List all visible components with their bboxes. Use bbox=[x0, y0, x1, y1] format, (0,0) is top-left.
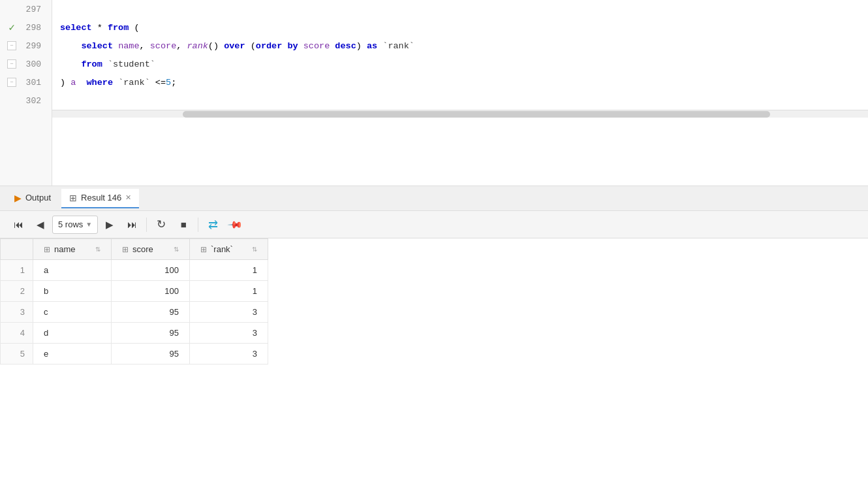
code-line-297 bbox=[52, 0, 868, 18]
check-icon-298: ✓ bbox=[5, 21, 18, 34]
semicolon-301: ; bbox=[171, 78, 176, 88]
col-score-sort[interactable]: ⇅ bbox=[174, 246, 179, 253]
editor-scrollbar-thumb[interactable] bbox=[183, 111, 770, 118]
paren-298: ( bbox=[129, 23, 139, 33]
id-name: name bbox=[118, 41, 139, 51]
kw-select-298: select bbox=[60, 23, 92, 33]
editor-scrollbar[interactable] bbox=[52, 110, 868, 118]
comma-299a: , bbox=[140, 41, 150, 51]
fold-btn-299[interactable]: − bbox=[7, 41, 16, 50]
line-row-302: 302 bbox=[0, 91, 52, 110]
kw-as: as bbox=[367, 41, 377, 51]
linenum-300: 300 bbox=[18, 59, 41, 69]
col-header-rownum bbox=[1, 239, 33, 260]
cell-score: 100 bbox=[112, 260, 190, 281]
col-header-rank[interactable]: ⊞ `rank` ⇅ bbox=[190, 239, 268, 260]
code-editor[interactable]: select * from ( select name , score , ra… bbox=[52, 0, 868, 186]
bt-rank: `rank` bbox=[382, 41, 414, 51]
tab-output[interactable]: ▶ Output bbox=[7, 189, 59, 208]
space-300 bbox=[102, 59, 108, 69]
col-score-label: score bbox=[132, 244, 153, 254]
line-row-298: ✓ 298 bbox=[0, 18, 52, 37]
line-row-297: 297 bbox=[0, 0, 52, 18]
rows-count-label: 5 rows bbox=[58, 219, 83, 229]
cell-name: e bbox=[33, 344, 112, 365]
cparen-301: ) bbox=[60, 78, 70, 88]
linenum-299: 299 bbox=[18, 41, 41, 51]
id-alias-a: a bbox=[70, 78, 76, 88]
cell-score: 95 bbox=[112, 323, 190, 344]
tab-result[interactable]: ⊞ Result 146 ✕ bbox=[61, 189, 139, 208]
rows-dropdown-icon: ▼ bbox=[85, 221, 92, 228]
gutter-301[interactable]: − bbox=[5, 78, 18, 87]
result-toolbar: ⏮ ◀ 5 rows ▼ ▶ ⏭ ↻ ■ ⇄ 📌 bbox=[0, 211, 868, 238]
space-299e bbox=[298, 41, 303, 51]
refresh-button[interactable]: ↻ bbox=[151, 215, 172, 235]
kw-from-298: from bbox=[108, 23, 129, 33]
rows-selector[interactable]: 5 rows ▼ bbox=[52, 216, 98, 234]
kw-where: where bbox=[87, 78, 114, 88]
space-299c bbox=[245, 41, 251, 51]
space-301b bbox=[113, 78, 118, 88]
stop-button[interactable]: ■ bbox=[173, 215, 194, 235]
col-name-label: name bbox=[54, 244, 76, 254]
result-table-container: ⊞ name ⇅ ⊞ score ⇅ ⊞ bbox=[0, 238, 868, 503]
tab-result-close[interactable]: ✕ bbox=[125, 193, 131, 202]
cell-rownum: 2 bbox=[1, 281, 33, 302]
code-line-301: ) a where `rank` <= 5 ; bbox=[52, 73, 868, 91]
table-body: 1a10012b10013c9534d9535e953 bbox=[1, 260, 268, 365]
first-row-button[interactable]: ⏮ bbox=[8, 215, 29, 235]
kw-order: order bbox=[256, 41, 283, 51]
tab-result-label: Result 146 bbox=[81, 193, 121, 203]
separator-2 bbox=[198, 218, 198, 232]
col-rank-sort[interactable]: ⇅ bbox=[252, 246, 257, 253]
space-299b bbox=[219, 41, 224, 51]
tab-bar: ▶ Output ⊞ Result 146 ✕ bbox=[0, 186, 868, 211]
pin-button[interactable]: 📌 bbox=[221, 210, 249, 239]
cell-rank: 1 bbox=[190, 281, 268, 302]
move-button[interactable]: ⇄ bbox=[202, 215, 223, 235]
fold-btn-301[interactable]: − bbox=[7, 78, 16, 87]
col-name-sort[interactable]: ⇅ bbox=[95, 246, 101, 253]
num-5: 5 bbox=[166, 78, 171, 88]
cell-rownum: 5 bbox=[1, 344, 33, 365]
cell-name: b bbox=[33, 281, 112, 302]
line-row-299: − 299 bbox=[0, 37, 52, 55]
gutter-300[interactable]: − bbox=[5, 59, 18, 69]
next-row-button[interactable]: ▶ bbox=[99, 215, 120, 235]
col-header-name[interactable]: ⊞ name ⇅ bbox=[33, 239, 112, 260]
kw-from-300: from bbox=[81, 59, 102, 69]
cell-rank: 1 bbox=[190, 260, 268, 281]
gutter-299[interactable]: − bbox=[5, 41, 18, 50]
col-name-icon: ⊞ bbox=[44, 245, 50, 254]
col-header-score[interactable]: ⊞ score ⇅ bbox=[112, 239, 190, 260]
col-rank-icon: ⊞ bbox=[200, 245, 207, 254]
kw-desc: desc bbox=[335, 41, 356, 51]
prev-row-button[interactable]: ◀ bbox=[30, 215, 51, 235]
cell-rank: 3 bbox=[190, 302, 268, 323]
cell-rownum: 4 bbox=[1, 323, 33, 344]
output-tab-icon: ▶ bbox=[14, 193, 22, 203]
oparen-299: ( bbox=[251, 41, 256, 51]
bt-rank-301: `rank` bbox=[118, 78, 150, 88]
fold-btn-300[interactable]: − bbox=[7, 59, 16, 69]
gutter-297 bbox=[5, 5, 18, 14]
kw-by: by bbox=[287, 41, 298, 51]
tab-output-label: Output bbox=[25, 193, 51, 203]
cell-rank: 3 bbox=[190, 344, 268, 365]
cell-score: 95 bbox=[112, 302, 190, 323]
code-line-302 bbox=[52, 91, 868, 110]
space-299d bbox=[282, 41, 287, 51]
linenum-298: 298 bbox=[18, 23, 41, 33]
cell-rownum: 3 bbox=[1, 302, 33, 323]
line-row-301: − 301 bbox=[0, 73, 52, 91]
col-score-icon: ⊞ bbox=[122, 245, 129, 254]
indent-299 bbox=[60, 41, 81, 51]
table-row: 3c953 bbox=[1, 302, 268, 323]
linenum-302: 302 bbox=[18, 96, 41, 106]
space-301c bbox=[150, 78, 155, 88]
cparen-299: ) bbox=[356, 41, 362, 51]
last-row-button[interactable]: ⏭ bbox=[121, 215, 142, 235]
cell-name: a bbox=[33, 260, 112, 281]
kw-select-299: select bbox=[81, 41, 113, 51]
